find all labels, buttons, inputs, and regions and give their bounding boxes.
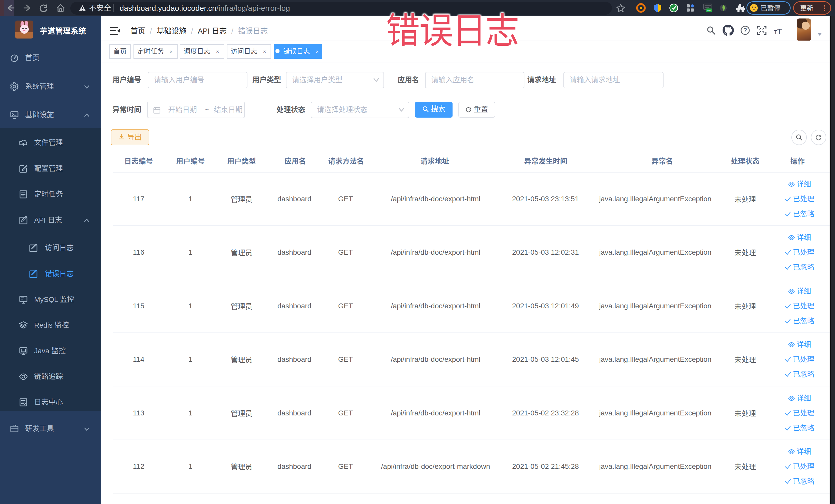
svg-text:?: ? (744, 27, 747, 34)
svg-text:T: T (774, 29, 777, 35)
svg-text:on: on (708, 9, 711, 12)
svg-text:T: T (777, 27, 782, 36)
